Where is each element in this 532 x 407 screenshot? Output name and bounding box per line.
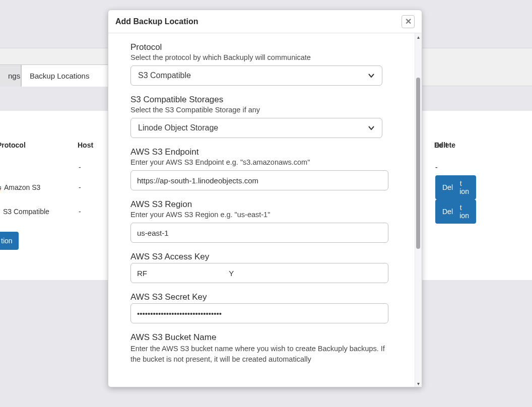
cell-delete: Del <box>435 179 496 195</box>
modal-header: Add Backup Location ✕ <box>108 10 422 33</box>
access-key-input[interactable] <box>130 263 388 283</box>
storages-select[interactable]: Linode Object Storage <box>130 118 382 138</box>
chevron-down-icon <box>368 124 375 131</box>
cell-delete-text: - <box>435 163 496 171</box>
field-label: AWS S3 Access Key <box>130 252 394 262</box>
tab-settings-partial[interactable]: ngs <box>0 64 21 87</box>
page-root: ngs Backup Locations Protocol Host Edit … <box>0 0 532 407</box>
close-button[interactable]: ✕ <box>402 15 415 28</box>
field-endpoint: AWS S3 Endpoint Enter your AWS S3 Endpoi… <box>130 147 394 190</box>
field-help: Enter your AWS S3 Endpoint e.g. "s3.amaz… <box>130 158 394 166</box>
field-access-key: AWS S3 Access Key <box>130 252 394 283</box>
svg-text:aws: aws <box>0 185 1 190</box>
field-label: Protocol <box>130 42 394 52</box>
cell-protocol: S3 Compatible <box>0 208 74 216</box>
field-storages: S3 Compatible Storages Select the S3 Com… <box>130 95 394 138</box>
chevron-down-icon: ▾ <box>417 381 420 386</box>
cell-protocol: aws Amazon S3 <box>0 183 73 191</box>
field-label: S3 Compatible Storages <box>130 95 394 105</box>
field-protocol: Protocol Select the protocol by which Ba… <box>130 42 394 86</box>
protocol-select[interactable]: S3 Compatible <box>130 65 382 86</box>
field-bucket: AWS S3 Bucket Name Enter the AWS S3 buck… <box>130 332 394 365</box>
modal-title: Add Backup Location <box>115 17 198 26</box>
cell-protocol-label: S3 Compatible <box>3 208 49 216</box>
delete-location-button[interactable]: Del <box>435 204 460 220</box>
field-help: Select the S3 Compatible Storage if any <box>130 106 394 114</box>
select-value: Linode Object Storage <box>138 123 218 132</box>
aws-icon: aws <box>0 184 1 191</box>
endpoint-input[interactable] <box>130 170 388 190</box>
field-help: Enter the AWS S3 bucket name where you w… <box>130 344 394 365</box>
scroll-up-button[interactable]: ▴ <box>415 33 422 40</box>
region-input[interactable] <box>130 223 388 243</box>
field-region: AWS S3 Region Enter your AWS S3 Region e… <box>130 199 394 243</box>
chevron-up-icon: ▴ <box>417 34 420 40</box>
delete-location-button[interactable]: Del <box>435 179 460 195</box>
chevron-down-icon <box>368 72 375 79</box>
add-location-button[interactable]: tion <box>0 232 19 250</box>
modal-body-wrap: Protocol Select the protocol by which Ba… <box>108 33 422 387</box>
cell-protocol-label: Amazon S3 <box>4 183 40 191</box>
add-backup-location-modal: Add Backup Location ✕ Protocol Select th… <box>108 10 422 387</box>
field-help: Enter your AWS S3 Region e.g. "us-east-1… <box>130 211 394 219</box>
col-header-protocol: Protocol <box>0 141 78 149</box>
field-label: AWS S3 Region <box>130 199 394 210</box>
scroll-thumb[interactable] <box>416 78 420 249</box>
scroll-down-button[interactable]: ▾ <box>415 380 422 387</box>
close-icon: ✕ <box>405 17 412 26</box>
scrollbar[interactable]: ▴ ▾ <box>415 33 422 387</box>
field-help: Select the protocol by which Backuply wi… <box>130 53 394 61</box>
tab-label: ngs <box>8 72 20 80</box>
cell-delete: Del <box>435 204 496 220</box>
field-label: AWS S3 Bucket Name <box>130 332 394 343</box>
tab-label: Backup Locations <box>30 72 89 80</box>
add-location-wrap: tion <box>0 232 19 250</box>
select-value: S3 Compatible <box>138 71 191 80</box>
secret-key-input[interactable] <box>130 303 388 323</box>
field-secret-key: AWS S3 Secret Key <box>130 292 394 323</box>
field-label: AWS S3 Secret Key <box>130 292 394 302</box>
tab-backup-locations[interactable]: Backup Locations <box>21 64 109 87</box>
modal-body: Protocol Select the protocol by which Ba… <box>108 33 415 387</box>
field-label: AWS S3 Endpoint <box>130 147 394 157</box>
col-header-delete: Delete <box>434 141 495 149</box>
